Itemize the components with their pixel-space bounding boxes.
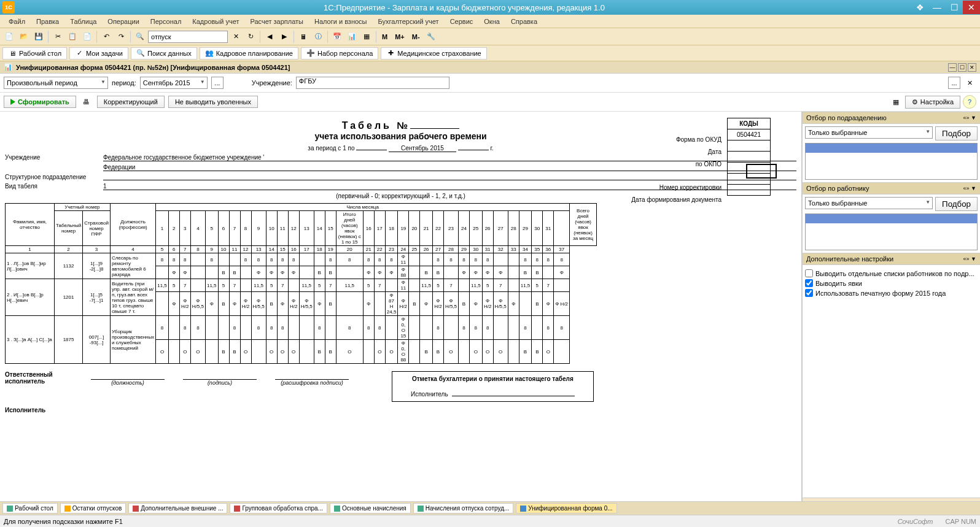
dept-filter-header: Отбор по подразделению«» ▼ [803,112,980,124]
task-item[interactable]: Остатки отпусков [60,503,126,514]
refresh-icon[interactable]: ↻ [244,30,257,44]
chk-show-attendance[interactable]: Выводить явки [805,279,978,287]
period-picker-button[interactable]: ... [211,77,224,89]
menu-service[interactable]: Сервис [445,17,478,26]
task-item[interactable]: Групповая обработка спра... [230,503,327,514]
menu-edit[interactable]: Правка [31,17,64,26]
dept-pick-button[interactable]: Подбор [935,126,978,140]
grid-view-icon[interactable]: ▦ [889,95,903,109]
redo-icon[interactable]: ↷ [114,30,128,44]
chk-use-2015-form[interactable]: Использовать печатную форму 2015 года [805,289,978,297]
printer-icon[interactable]: 🖶 [80,95,93,109]
calc-icon[interactable]: 🖩 [297,30,310,44]
wrench-icon[interactable]: 🔧 [424,30,438,44]
emp-mode-combo[interactable]: Только выбранные [805,197,933,209]
menu-hr[interactable]: Кадровый учет [187,17,244,26]
medical-icon: ✚ [386,49,395,58]
report-title: Табель № [342,120,410,131]
list-item[interactable] [806,234,977,243]
desktop-icon: 🖥 [8,49,17,58]
tasks-icon: ✓ [75,49,84,58]
memory-mplus[interactable]: M+ [392,30,408,44]
nav-medical[interactable]: ✚Медицинское страхование [381,47,486,60]
gear-icon: ⚙ [912,98,918,106]
nav-toolbar: 🖥Рабочий стол ✓Мои задачи 🔍Поиск данных … [0,45,980,61]
clear-org-icon[interactable]: ✕ [963,76,976,90]
task-item[interactable]: Основные начисления [330,503,411,514]
selection-box [746,164,777,179]
memory-mminus[interactable]: M- [409,30,423,44]
doc-restore[interactable]: ☐ [958,63,966,72]
params-bar: Произвольный период период: Сентябрь 201… [0,74,980,93]
task-item[interactable]: Рабочий стол [2,503,58,514]
cut-icon[interactable]: ✂ [51,30,64,44]
chart-icon[interactable]: 📊 [345,30,359,44]
menu-ops[interactable]: Операции [103,17,144,26]
help-button[interactable]: ❖ [911,1,928,14]
search-input[interactable] [148,31,228,43]
collapse-icon[interactable]: «» ▼ [963,115,976,121]
main-toolbar: 📄 📂 💾 ✂ 📋 📄 ↶ ↷ 🔍 ✕ ↻ ◀ ▶ 🖩 ⓘ 📅 📊 ▦ M M+… [0,28,980,45]
menu-help[interactable]: Справка [506,17,542,26]
emp-listbox[interactable] [805,213,978,250]
nav-tasks[interactable]: ✓Мои задачи [69,47,128,60]
maximize-button[interactable]: ☐ [946,1,963,14]
copy-icon[interactable]: 📋 [66,30,79,44]
nav-hr[interactable]: 👥Кадровое планирование [200,47,298,60]
doc-close[interactable]: ✕ [968,63,976,72]
main-menubar: Файл Правка Таблица Операции Персонал Ка… [0,15,980,28]
help-icon[interactable]: ? [963,95,976,109]
menu-windows[interactable]: Окна [479,17,505,26]
nav-recruit[interactable]: ➕Набор персонала [301,47,378,60]
org-input[interactable]: ФГБУ [296,77,449,89]
nav-desktop[interactable]: 🖥Рабочий стол [2,47,67,60]
paste-icon[interactable]: 📄 [80,30,94,44]
menu-file[interactable]: Файл [4,17,30,26]
collapse-icon[interactable]: «» ▼ [963,256,976,262]
dept-mode-combo[interactable]: Только выбранные [805,126,933,139]
undo-icon[interactable]: ↶ [99,30,113,44]
status-bar: Для получения подсказки нажмите F1 СочиС… [0,515,980,527]
task-item[interactable]: Унифицированная форма 0... [516,503,616,514]
period-value-combo[interactable]: Сентябрь 2015 [140,77,208,89]
emp-pick-button[interactable]: Подбор [935,197,978,211]
org-picker-button[interactable]: ... [948,77,960,89]
back-icon[interactable]: ◀ [263,30,276,44]
period-type-combo[interactable]: Произвольный период [4,77,108,89]
close-button[interactable]: ✕ [963,1,980,14]
task-item[interactable]: Дополнительные внешние ... [128,503,227,514]
info-icon[interactable]: ⓘ [311,30,325,44]
chk-separate-lists[interactable]: Выводить отдельные списки работников по … [805,269,978,277]
doc-minimize[interactable]: — [948,63,957,72]
new-icon[interactable]: 📄 [2,30,16,44]
correcting-button[interactable]: Корректирующий [97,96,165,108]
task-item[interactable]: Начисления отпуска сотруд... [413,503,514,514]
minimize-button[interactable]: — [928,1,946,14]
find-icon[interactable]: 🔍 [133,30,147,44]
list-item[interactable] [806,214,977,223]
menu-personnel[interactable]: Персонал [146,17,187,26]
menu-payroll[interactable]: Расчет зарплаты [245,17,308,26]
calendar-icon[interactable]: 📅 [330,30,344,44]
form-button[interactable]: Сформировать [4,96,76,108]
collapse-icon[interactable]: «» ▼ [963,185,976,191]
side-panel: Отбор по подразделению«» ▼ Только выбран… [802,112,980,517]
settings-button[interactable]: ⚙Настройка [905,96,960,109]
menu-table[interactable]: Таблица [65,17,101,26]
forward-icon[interactable]: ▶ [278,30,291,44]
nofire-button[interactable]: Не выводить уволенных [168,96,258,108]
menu-tax[interactable]: Налоги и взносы [309,17,372,26]
open-icon[interactable]: 📂 [17,30,31,44]
list-item[interactable] [806,224,977,233]
menu-accounting[interactable]: Бухгалтерский учет [373,17,444,26]
list-item[interactable] [806,144,977,153]
grid-icon[interactable]: ▦ [360,30,373,44]
window-titlebar: 1C 1С:Предприятие - Зарплата и кадры бюд… [0,0,980,15]
report-viewport[interactable]: Табель № учета использования рабочего вр… [0,112,802,517]
save-icon[interactable]: 💾 [32,30,45,44]
clear-search-icon[interactable]: ✕ [229,30,243,44]
memory-m[interactable]: M [379,30,391,44]
nav-search[interactable]: 🔍Поиск данных [131,47,197,60]
dept-listbox[interactable] [805,143,978,180]
recruit-icon: ➕ [306,49,315,58]
